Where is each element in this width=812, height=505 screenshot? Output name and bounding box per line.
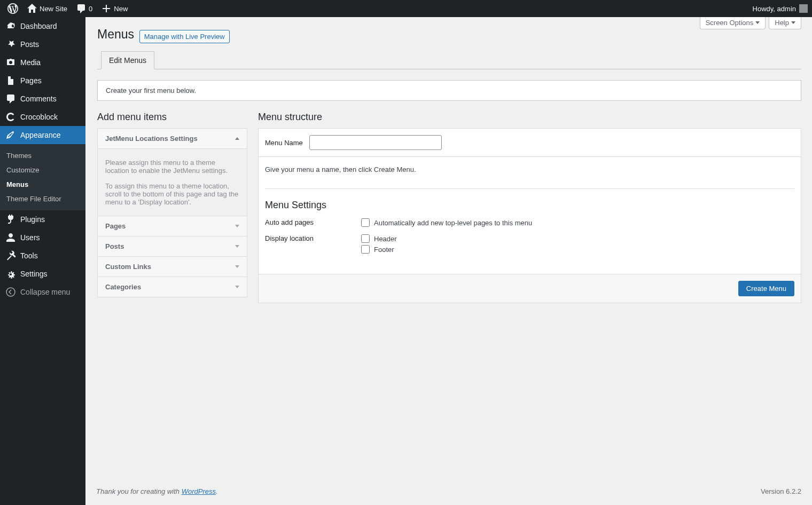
sidebar-item-label: Pages	[20, 76, 42, 85]
wordpress-link[interactable]: WordPress	[182, 487, 216, 495]
accordion-jetmenu-body: Please assign this menu to a theme locat…	[98, 149, 247, 216]
sidebar-item-label: Users	[20, 233, 40, 242]
sidebar-item-tools[interactable]: Tools	[0, 247, 85, 265]
croco-icon	[5, 112, 16, 122]
sidebar-item-dashboard[interactable]: Dashboard	[0, 17, 85, 35]
chevron-down-icon	[235, 245, 239, 248]
screen-meta: Screen Options Help	[700, 17, 801, 29]
site-name-link[interactable]: New Site	[22, 0, 72, 17]
chevron-down-icon	[755, 21, 760, 24]
sidebar-item-label: Tools	[20, 251, 38, 260]
menu-name-input[interactable]	[309, 135, 442, 150]
settings-display-location: Display location Header Footer	[265, 234, 794, 256]
submenu-themes[interactable]: Themes	[0, 148, 85, 163]
sidebar-item-label: Plugins	[20, 215, 45, 224]
accordion-categories-header[interactable]: Categories	[98, 277, 247, 297]
collapse-icon	[5, 287, 16, 297]
wp-logo-menu[interactable]	[3, 0, 22, 17]
accordion: JetMenu Locations Settings Please assign…	[97, 128, 247, 297]
dashboard-icon	[5, 21, 16, 31]
menu-name-label: Menu Name	[265, 139, 303, 147]
sidebar-item-users[interactable]: Users	[0, 228, 85, 247]
avatar	[799, 4, 808, 13]
account-link[interactable]: Howdy, admin	[748, 0, 812, 17]
menu-edit-body: Give your menu a name, then click Create…	[259, 157, 801, 274]
sidebar-item-comments[interactable]: Comments	[0, 90, 85, 108]
sidebar-item-plugins[interactable]: Plugins	[0, 210, 85, 228]
users-icon	[5, 232, 16, 243]
sidebar-item-collapse[interactable]: Collapse menu	[0, 283, 85, 301]
location-footer-checkbox[interactable]	[361, 245, 370, 254]
chevron-down-icon	[235, 286, 239, 288]
create-menu-button[interactable]: Create Menu	[738, 281, 794, 296]
wordpress-icon	[7, 3, 18, 14]
sidebar-item-label: Settings	[20, 270, 48, 278]
auto-add-option[interactable]: Automatically add new top-level pages to…	[361, 218, 794, 227]
admin-bar: New Site 0 New Howdy, admin	[0, 0, 812, 17]
notice-text: Create your first menu below.	[106, 86, 196, 94]
accordion-custom-links-header[interactable]: Custom Links	[98, 257, 247, 277]
sidebar-item-appearance[interactable]: Appearance	[0, 126, 85, 144]
location-header-checkbox[interactable]	[361, 234, 370, 243]
menu-settings-heading: Menu Settings	[265, 188, 794, 211]
tools-icon	[5, 250, 16, 261]
sidebar-item-label: Appearance	[20, 131, 61, 139]
footer: Thank you for creating with WordPress. V…	[85, 478, 812, 505]
live-preview-button[interactable]: Manage with Live Preview	[139, 30, 230, 43]
home-icon	[27, 3, 37, 14]
auto-add-checkbox[interactable]	[361, 218, 370, 227]
sidebar-item-label: Posts	[20, 40, 39, 49]
page-title: Menus	[97, 22, 134, 44]
menu-hint: Give your menu a name, then click Create…	[265, 165, 794, 173]
chevron-down-icon	[791, 21, 795, 24]
help-button[interactable]: Help	[769, 17, 801, 29]
settings-icon	[5, 269, 16, 279]
sidebar-item-label: Media	[20, 58, 41, 67]
nav-tabs: Edit Menus	[97, 44, 801, 69]
sidebar-item-crocoblock[interactable]: Crocoblock	[0, 108, 85, 126]
comment-icon	[76, 3, 87, 14]
accordion-pages-header[interactable]: Pages	[98, 216, 247, 236]
sidebar-item-pages[interactable]: Pages	[0, 72, 85, 90]
submenu-menus[interactable]: Menus	[0, 177, 85, 192]
submenu-customize[interactable]: Customize	[0, 163, 85, 177]
new-content-link[interactable]: New	[97, 0, 132, 17]
screen-options-button[interactable]: Screen Options	[700, 17, 766, 29]
sidebar-item-media[interactable]: Media	[0, 53, 85, 72]
sidebar-item-label: Collapse menu	[20, 288, 70, 296]
comments-icon	[5, 93, 16, 104]
chevron-down-icon	[235, 265, 239, 268]
menu-structure-heading: Menu structure	[258, 112, 801, 123]
comments-link[interactable]: 0	[72, 0, 97, 17]
sidebar-item-posts[interactable]: Posts	[0, 35, 85, 53]
sidebar-item-label: Crocoblock	[20, 113, 58, 121]
howdy-label: Howdy, admin	[753, 5, 796, 13]
add-menu-items-column: Add menu items JetMenu Locations Setting…	[97, 112, 247, 303]
menu-edit-frame: Menu Name Give your menu a name, then cl…	[258, 128, 801, 303]
pages-icon	[5, 75, 16, 86]
accordion-jetmenu-header[interactable]: JetMenu Locations Settings	[98, 129, 247, 149]
plugins-icon	[5, 214, 16, 225]
footer-thanks: Thank you for creating with WordPress.	[96, 487, 218, 495]
menu-edit-footer: Create Menu	[259, 274, 801, 303]
add-menu-items-heading: Add menu items	[97, 112, 247, 123]
sidebar-item-label: Comments	[20, 94, 57, 103]
tab-edit-menus[interactable]: Edit Menus	[101, 51, 154, 69]
location-header-option[interactable]: Header	[361, 234, 794, 243]
admin-sidebar: Dashboard Posts Media Pages Comments Cro…	[0, 17, 85, 505]
accordion-posts-header[interactable]: Posts	[98, 236, 247, 257]
site-name: New Site	[40, 5, 67, 13]
sidebar-item-settings[interactable]: Settings	[0, 265, 85, 283]
submenu-theme-file-editor[interactable]: Theme File Editor	[0, 192, 85, 206]
notice-info: Create your first menu below.	[97, 80, 801, 101]
settings-auto-add: Auto add pages Automatically add new top…	[265, 218, 794, 229]
comments-count: 0	[89, 5, 92, 13]
chevron-up-icon	[235, 137, 239, 140]
plus-icon	[101, 3, 112, 14]
location-footer-option[interactable]: Footer	[361, 245, 794, 254]
appearance-submenu: Themes Customize Menus Theme File Editor	[0, 144, 85, 210]
svg-point-0	[6, 288, 15, 296]
media-icon	[5, 57, 16, 68]
content-area: Screen Options Help Menus Manage with Li…	[85, 17, 812, 505]
sidebar-item-label: Dashboard	[20, 22, 57, 30]
